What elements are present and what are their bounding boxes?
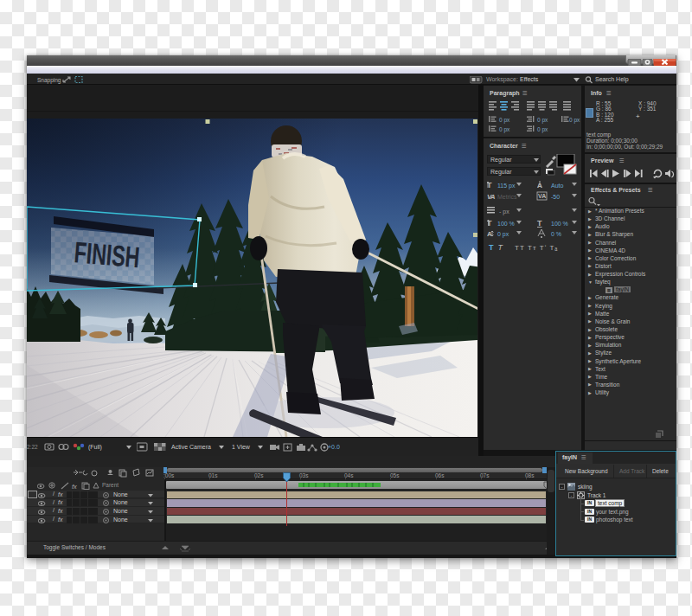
svg-text:T: T [537, 219, 542, 228]
svg-text:0 px: 0 px [499, 117, 510, 124]
svg-text:VA: VA [538, 193, 546, 199]
svg-text:0 px: 0 px [497, 231, 509, 238]
svg-text:Metrics: Metrics [497, 194, 517, 200]
svg-text:VA: VA [487, 193, 496, 201]
svg-text:0 px: 0 px [569, 117, 580, 124]
svg-text:100 %: 100 % [551, 221, 568, 227]
svg-text:0 %: 0 % [551, 231, 561, 237]
svg-text:0 px: 0 px [537, 126, 548, 133]
svg-text:-50: -50 [551, 194, 560, 200]
svg-text:Auto: Auto [551, 183, 564, 189]
svg-text:0 px: 0 px [537, 117, 548, 124]
svg-text:100 %: 100 % [497, 221, 515, 227]
svg-text:0 px: 0 px [499, 126, 510, 133]
svg-text:A: A [537, 182, 542, 189]
svg-text:FINISH: FINISH [73, 236, 141, 274]
svg-text:- px: - px [499, 209, 509, 215]
svg-text:115 px: 115 px [497, 183, 516, 189]
svg-text:fx: fx [72, 483, 77, 491]
